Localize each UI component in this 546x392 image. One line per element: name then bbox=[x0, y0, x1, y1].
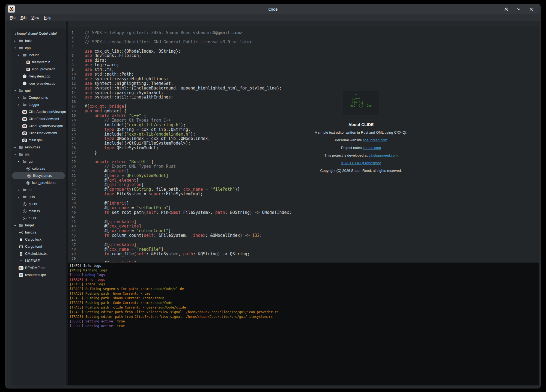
chevron-collapsed-icon[interactable]: ▸ bbox=[14, 224, 19, 227]
line-number: 40 bbox=[71, 210, 80, 215]
knoats-link[interactable]: knoats.com bbox=[363, 146, 381, 150]
titlebar: Clide bbox=[6, 4, 540, 14]
copyright-text: Copyright (C) 2026 Shaun Reed, all right… bbox=[278, 169, 444, 173]
folder-icon bbox=[19, 224, 23, 227]
tree-item-cmakelists-txt[interactable]: CMakeLists.txt bbox=[11, 250, 66, 257]
tree-item-filesystem-rs[interactable]: Rfilesystem.rs bbox=[12, 172, 65, 179]
rust-file-icon: R bbox=[22, 202, 27, 206]
tree-item-components[interactable]: ▸Components bbox=[11, 94, 66, 101]
folder-icon bbox=[22, 160, 27, 163]
tree-item-logger[interactable]: ▸Logger bbox=[11, 101, 66, 108]
tree-item-label: Components bbox=[29, 96, 48, 100]
line-number: 28 bbox=[71, 155, 80, 160]
folder-icon bbox=[22, 188, 27, 191]
tree-item-readme-md[interactable]: M↓README.md bbox=[11, 264, 66, 271]
chevron-expanded-icon[interactable]: ▾ bbox=[18, 160, 22, 163]
log-line: [TRACE] Trace logs bbox=[70, 282, 539, 287]
rollup-button[interactable] bbox=[504, 7, 509, 11]
line-number: 5 bbox=[71, 49, 80, 54]
tree-item-resources-qrc[interactable]: Qtresources.qrc bbox=[11, 271, 66, 279]
chevron-expanded-icon[interactable]: ▾ bbox=[14, 89, 19, 92]
menubar: FileEditViewHelp bbox=[6, 14, 540, 21]
tree-item-build-rs[interactable]: Rbuild.rs bbox=[11, 229, 66, 236]
kdab-cxx-qt-link[interactable]: KDAB CXX-Qt repository bbox=[341, 161, 381, 165]
chevron-collapsed-icon[interactable]: ▸ bbox=[18, 96, 22, 99]
tree-item-qml[interactable]: ▾qml bbox=[11, 87, 66, 94]
tree-item-clideapplicationview-qml[interactable]: QtClideApplicationView.qml bbox=[11, 108, 66, 115]
line-number: 27 bbox=[71, 150, 80, 155]
tree-item-src[interactable]: ▾src bbox=[11, 151, 66, 158]
folder-icon bbox=[19, 89, 23, 92]
folder-icon bbox=[22, 96, 27, 99]
tree-item-cargo-toml[interactable]: [T]Cargo.toml bbox=[11, 243, 66, 250]
tree-item-clidetreeview-qml[interactable]: QtClideTreeView.qml bbox=[11, 130, 66, 137]
log-output-panel: [INFO] Info logs[WARN] Warning logs[DEBU… bbox=[68, 262, 539, 385]
tree-item-cargo-lock[interactable]: Cargo.lock bbox=[11, 236, 66, 243]
tree-item-icon-provider-cpp[interactable]: Cicon_provider.cpp bbox=[11, 80, 66, 87]
tree-root-path: / home/ shaun/ Code/ clide/ bbox=[11, 28, 66, 37]
tree-item-tui-rs[interactable]: Rtui.rs bbox=[11, 215, 66, 222]
minimize-button[interactable] bbox=[516, 7, 521, 11]
code-line: // SPDX-FileCopyrightText: 2026, Shaun R… bbox=[85, 31, 539, 35]
toml-badge: [T] bbox=[19, 245, 23, 248]
tree-item-clideexplorerview-qml[interactable]: QtClideExplorerView.qml bbox=[11, 122, 66, 130]
line-number: 10 bbox=[71, 72, 80, 77]
tree-item-icon-provider-h[interactable]: Hicon_provider.h bbox=[11, 66, 66, 73]
menu-help[interactable]: Help bbox=[41, 15, 54, 20]
tree-item-label: Logger bbox=[29, 103, 39, 107]
line-number: 43 bbox=[71, 224, 80, 229]
chevron-collapsed-icon[interactable]: ▸ bbox=[18, 196, 22, 198]
folder-icon bbox=[19, 153, 23, 156]
tree-item-filesystem-h[interactable]: Hfilesystem.h bbox=[11, 59, 66, 66]
tree-item-label: cpp bbox=[25, 46, 31, 50]
tree-item-clideeditorview-qml[interactable]: QtClideEditorView.qml bbox=[11, 115, 66, 122]
chevron-collapsed-icon[interactable]: ▸ bbox=[14, 40, 19, 42]
main-column: 1234567891011121314151617181920212223242… bbox=[68, 27, 539, 385]
line-number: 47 bbox=[71, 243, 80, 247]
menu-view[interactable]: View bbox=[29, 15, 41, 20]
qt-badge: Qt bbox=[22, 124, 27, 128]
shaunreed-link[interactable]: shaunreed.com bbox=[363, 138, 387, 142]
folder-icon bbox=[22, 103, 27, 106]
qt-file-icon: Qt bbox=[19, 273, 23, 277]
chevron-expanded-icon[interactable]: ▾ bbox=[14, 153, 19, 156]
menu-file[interactable]: File bbox=[7, 15, 18, 20]
chevron-collapsed-icon[interactable]: ▸ bbox=[14, 146, 19, 149]
folder-icon bbox=[19, 39, 23, 43]
chevron-collapsed-icon[interactable]: ▸ bbox=[18, 103, 22, 106]
tree-item-label: gui bbox=[29, 160, 33, 163]
tree-item-icon-provider-rs[interactable]: Ricon_provider.rs bbox=[11, 179, 66, 186]
tree-item-include[interactable]: ▾include bbox=[11, 52, 66, 59]
tree-item-main-rs[interactable]: Rmain.rs bbox=[11, 208, 66, 215]
chevron-expanded-icon[interactable]: ▾ bbox=[18, 54, 22, 56]
qt-file-icon: Qt bbox=[22, 131, 27, 135]
rust-badge: R bbox=[27, 174, 31, 178]
star-icon: ✶ bbox=[20, 259, 22, 262]
rust-file-icon: R bbox=[22, 210, 27, 213]
tree-item-gui-rs[interactable]: Rgui.rs bbox=[11, 201, 66, 208]
tree-item-label: target bbox=[25, 223, 34, 227]
tree-item-utils[interactable]: ▸utils bbox=[11, 193, 66, 201]
log-line: [TRACE] Setting editor path from ClideEx… bbox=[70, 310, 539, 315]
tree-item-build[interactable]: ▸build bbox=[11, 37, 66, 44]
chevron-expanded-icon[interactable]: ▾ bbox=[14, 47, 19, 49]
git-shaunreed-link[interactable]: git.shaunreed.com bbox=[368, 153, 398, 157]
editor-pane[interactable]: 1234567891011121314151617181920212223242… bbox=[68, 27, 539, 262]
tree-item-filesystem-cpp[interactable]: Cfilesystem.cpp bbox=[11, 73, 66, 80]
tree-item-target[interactable]: ▸target bbox=[11, 222, 66, 229]
tree-item-license[interactable]: ✶LICENSE bbox=[11, 257, 66, 264]
menu-edit[interactable]: Edit bbox=[18, 15, 29, 20]
chevron-collapsed-icon[interactable]: ▸ bbox=[18, 188, 22, 191]
line-number: 8 bbox=[71, 63, 80, 67]
tree-item-label: Cargo.toml bbox=[25, 245, 42, 249]
tree-item-tui[interactable]: ▸tui bbox=[11, 186, 66, 193]
tree-item-cpp[interactable]: ▾cpp bbox=[11, 44, 66, 52]
project-notes-row: Project notes knoats.com bbox=[278, 146, 444, 150]
tree-item-label: resources bbox=[25, 145, 40, 149]
tree-item-resources[interactable]: ▸resources bbox=[11, 144, 66, 151]
tree-item-main-qml[interactable]: Qtmain.qml bbox=[11, 137, 66, 144]
tree-item-gui[interactable]: ▾gui bbox=[11, 158, 66, 165]
tree-item-colors-rs[interactable]: Rcolors.rs bbox=[11, 165, 66, 172]
close-button[interactable] bbox=[529, 7, 534, 11]
panel-splitter[interactable] bbox=[66, 21, 68, 385]
